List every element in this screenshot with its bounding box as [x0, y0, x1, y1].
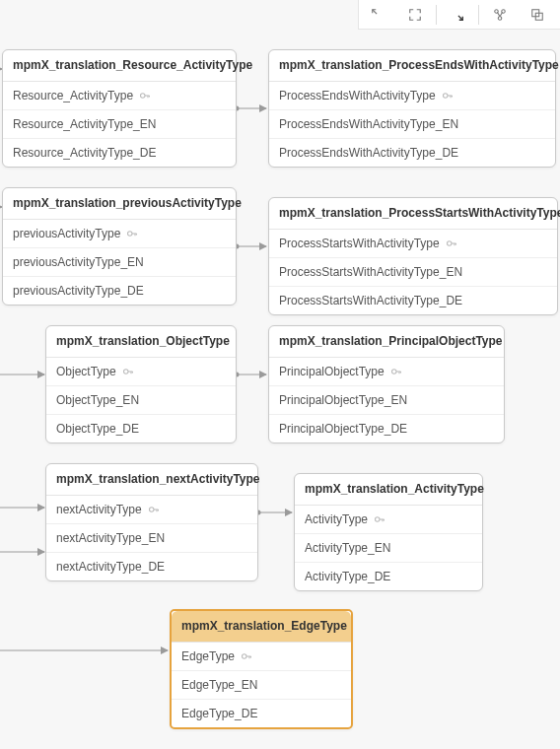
table-row[interactable]: ProcessEndsWithActivityType [269, 82, 555, 110]
column-name: ActivityType [305, 512, 368, 526]
table-row[interactable]: ProcessEndsWithActivityType_EN [269, 110, 555, 139]
column-name: EdgeType_DE [181, 707, 257, 720]
table-row[interactable]: Resource_ActivityType [3, 82, 236, 110]
column-name: Resource_ActivityType [13, 89, 133, 102]
table-principal-object-type[interactable]: mpmX_translation_PrincipalObjectType Pri… [268, 325, 505, 443]
table-row[interactable]: ProcessStartsWithActivityType_DE [269, 287, 557, 314]
table-row[interactable]: ActivityType_EN [295, 534, 482, 563]
key-icon [139, 90, 151, 102]
column-name: previousActivityType [13, 227, 120, 240]
table-row[interactable]: ProcessEndsWithActivityType_DE [269, 139, 555, 167]
column-name: ActivityType_DE [305, 570, 390, 583]
canvas-toolbar [358, 0, 560, 30]
key-icon [390, 366, 402, 377]
svg-point-11 [141, 94, 146, 99]
table-title: mpmX_translation_PrincipalObjectType [269, 326, 504, 358]
svg-point-27 [123, 370, 128, 374]
table-row[interactable]: nextActivityType_DE [46, 553, 257, 580]
table-row[interactable]: ActivityType_DE [295, 563, 482, 590]
column-name: ProcessEndsWithActivityType_EN [279, 117, 458, 131]
table-edge-type[interactable]: mpmX_translation_EdgeType EdgeType EdgeT… [170, 609, 353, 729]
column-name: EdgeType_EN [181, 678, 257, 692]
table-title: mpmX_translation_ProcessStartsWithActivi… [269, 198, 557, 230]
table-previous-activity-type[interactable]: mpmX_translation_previousActivityType pr… [2, 187, 237, 306]
full-extent-button[interactable] [359, 0, 396, 30]
column-name: ActivityType_EN [305, 541, 390, 555]
table-title: mpmX_translation_EdgeType [172, 611, 351, 643]
table-row[interactable]: EdgeType_EN [172, 671, 351, 700]
table-row[interactable]: previousActivityType_EN [3, 248, 236, 277]
key-icon [446, 238, 457, 249]
table-row[interactable]: nextActivityType_EN [46, 524, 257, 553]
table-process-ends-with-activity-type[interactable]: mpmX_translation_ProcessEndsWithActivity… [268, 49, 556, 168]
table-row[interactable]: nextActivityType [46, 496, 257, 524]
table-title: mpmX_translation_previousActivityType [3, 188, 236, 220]
svg-line-51 [500, 12, 503, 16]
column-name: PrincipalObjectType_DE [279, 422, 407, 436]
table-row[interactable]: ObjectType [46, 358, 236, 386]
column-name: ProcessStartsWithActivityType_EN [279, 265, 462, 279]
svg-point-15 [443, 94, 448, 99]
column-name: ProcessStartsWithActivityType_DE [279, 294, 462, 307]
svg-point-39 [376, 517, 381, 522]
key-icon [126, 228, 138, 239]
table-title: mpmX_translation_ProcessEndsWithActivity… [269, 50, 555, 82]
key-icon [442, 90, 454, 102]
table-row[interactable]: PrincipalObjectType_DE [269, 415, 504, 443]
table-row[interactable]: Resource_ActivityType_EN [3, 110, 236, 139]
column-name: previousActivityType_EN [13, 255, 144, 269]
column-name: Resource_ActivityType_DE [13, 146, 156, 160]
svg-point-23 [447, 241, 452, 246]
table-activity-type[interactable]: mpmX_translation_ActivityType ActivityTy… [294, 473, 483, 591]
column-name: Resource_ActivityType_EN [13, 117, 156, 131]
key-icon [148, 504, 160, 515]
layout-button[interactable] [481, 0, 519, 30]
column-name: EdgeType [181, 649, 235, 663]
table-row[interactable]: ProcessStartsWithActivityType_EN [269, 258, 557, 287]
toolbar-divider [478, 5, 479, 25]
table-row[interactable]: Resource_ActivityType_DE [3, 139, 236, 167]
svg-point-31 [391, 370, 396, 374]
toolbar-divider [436, 5, 437, 25]
svg-line-50 [497, 12, 500, 16]
svg-point-49 [498, 16, 502, 20]
table-object-type[interactable]: mpmX_translation_ObjectType ObjectType O… [45, 325, 237, 443]
fit-to-screen-button[interactable] [396, 0, 434, 30]
key-icon [241, 650, 252, 662]
table-next-activity-type[interactable]: mpmX_translation_nextActivityType nextAc… [45, 463, 258, 581]
column-name: ProcessEndsWithActivityType_DE [279, 146, 458, 160]
column-name: ObjectType_DE [56, 422, 139, 436]
svg-point-43 [243, 654, 247, 659]
table-title: mpmX_translation_ActivityType [295, 474, 482, 506]
key-icon [374, 513, 385, 525]
column-name: PrincipalObjectType [279, 365, 385, 378]
table-row[interactable]: ProcessStartsWithActivityType [269, 230, 557, 258]
key-icon [122, 366, 134, 377]
table-row[interactable]: previousActivityType [3, 220, 236, 248]
column-name: ProcessEndsWithActivityType [279, 89, 436, 102]
table-row[interactable]: PrincipalObjectType [269, 358, 504, 386]
svg-point-35 [149, 508, 154, 512]
table-resource-activity-type[interactable]: mpmX_translation_Resource_ActivityType R… [2, 49, 237, 168]
column-name: nextActivityType_EN [56, 531, 165, 545]
column-name: previousActivityType_DE [13, 284, 144, 298]
column-name: ObjectType [56, 365, 116, 378]
table-row[interactable]: ActivityType [295, 506, 482, 534]
table-row[interactable]: ObjectType_DE [46, 415, 236, 443]
table-title: mpmX_translation_ObjectType [46, 326, 236, 358]
table-row[interactable]: previousActivityType_DE [3, 277, 236, 305]
restore-layout-button[interactable] [519, 0, 556, 30]
collapse-button[interactable] [439, 0, 476, 30]
table-process-starts-with-activity-type[interactable]: mpmX_translation_ProcessStartsWithActivi… [268, 197, 558, 315]
table-title: mpmX_translation_nextActivityType [46, 464, 257, 496]
column-name: nextActivityType [56, 503, 142, 516]
table-row[interactable]: EdgeType_DE [172, 700, 351, 727]
table-row[interactable]: EdgeType [172, 643, 351, 671]
table-row[interactable]: PrincipalObjectType_EN [269, 386, 504, 415]
table-row[interactable]: ObjectType_EN [46, 386, 236, 415]
column-name: ProcessStartsWithActivityType [279, 237, 440, 250]
column-name: PrincipalObjectType_EN [279, 393, 407, 407]
diagram-canvas[interactable]: mpmX_translation_Resource_ActivityType R… [0, 0, 560, 749]
table-title: mpmX_translation_Resource_ActivityType [3, 50, 236, 82]
svg-point-19 [128, 232, 133, 237]
